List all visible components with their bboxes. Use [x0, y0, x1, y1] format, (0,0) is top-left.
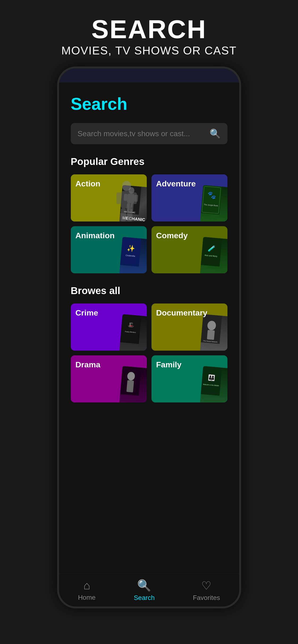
adventure-label: Adventure [156, 179, 196, 188]
drama-label: Drama [76, 360, 100, 369]
animation-poster: ✨ Cinderella [119, 237, 147, 273]
animation-label: Animation [76, 231, 115, 240]
family-poster: 👨‍👩‍👦 Malcolm in the Middle [200, 366, 227, 402]
search-nav-label: Search [134, 594, 155, 602]
popular-genres-heading: Popular Genres [71, 156, 227, 167]
genre-drama-card[interactable]: Drama [71, 355, 147, 402]
svg-text:🎩: 🎩 [127, 322, 134, 328]
promo-subtitle: MOVIES, TV SHOWS OR CAST [61, 44, 237, 57]
documentary-label: Documentary [156, 308, 207, 318]
volume-down-button [57, 184, 59, 203]
adventure-poster: 🐾 The Jungle Book [200, 185, 227, 222]
svg-text:🧪: 🧪 [207, 244, 216, 252]
page-title: Search [71, 94, 227, 114]
phone-screen: Search 🔍 Popular Genres Action [59, 82, 239, 577]
status-bar [59, 68, 239, 82]
power-button [239, 170, 241, 198]
svg-rect-5 [126, 203, 130, 211]
crime-label: Crime [76, 308, 98, 318]
genre-comedy-card[interactable]: Comedy 🧪 Rick and Morty [152, 226, 227, 273]
action-poster: MECHANIC [119, 185, 147, 222]
genre-action-card[interactable]: Action MECHANIC [71, 174, 147, 222]
svg-text:MECHANIC: MECHANIC [124, 210, 135, 214]
svg-rect-6 [130, 203, 133, 212]
drama-poster [119, 366, 147, 402]
genre-crime-card[interactable]: Crime 🎩 Peaky Blinders [71, 304, 147, 351]
browse-all-grid: Crime 🎩 Peaky Blinders Documentary [71, 304, 227, 402]
family-label: Family [156, 360, 182, 369]
genre-adventure-card[interactable]: Adventure 🐾 The Jungle Book [152, 174, 227, 222]
bottom-nav: ⌂ Home 🔍 Search ♡ Favorites [59, 574, 239, 606]
svg-text:✨: ✨ [126, 244, 135, 252]
svg-text:👨‍👩‍👦: 👨‍👩‍👦 [208, 374, 215, 382]
svg-rect-0 [120, 185, 141, 215]
documentary-poster: The Social Network [200, 314, 227, 351]
popular-genres-grid: Action MECHANIC [71, 174, 227, 273]
svg-rect-4 [134, 195, 138, 202]
svg-rect-3 [123, 194, 128, 201]
search-nav-icon: 🔍 [137, 579, 151, 592]
comedy-label: Comedy [156, 231, 188, 240]
svg-point-1 [128, 187, 134, 194]
nav-home[interactable]: ⌂ Home [78, 579, 96, 601]
home-label: Home [78, 594, 96, 601]
genre-family-card[interactable]: Family 👨‍👩‍👦 Malcolm in the Middle [152, 355, 227, 402]
search-bar-container[interactable]: 🔍 [71, 123, 227, 144]
genre-documentary-card[interactable]: Documentary The Social Network [152, 304, 227, 351]
volume-up-button [57, 158, 59, 177]
promo-title: SEARCH [61, 14, 237, 44]
search-icon: 🔍 [210, 128, 221, 139]
svg-rect-18 [120, 314, 141, 344]
favorites-icon: ♡ [201, 579, 211, 592]
crime-poster: 🎩 Peaky Blinders [119, 314, 147, 351]
nav-favorites[interactable]: ♡ Favorites [193, 579, 220, 602]
home-icon: ⌂ [83, 579, 90, 592]
promo-section: SEARCH MOVIES, TV SHOWS OR CAST [61, 0, 237, 57]
genre-animation-card[interactable]: Animation ✨ Cinderella [71, 226, 147, 273]
svg-rect-23 [207, 330, 214, 340]
phone-mockup: Search 🔍 Popular Genres Action [57, 66, 241, 608]
favorites-label: Favorites [193, 594, 220, 602]
action-label: Action [76, 179, 100, 188]
svg-rect-2 [127, 194, 134, 203]
search-input[interactable] [78, 129, 210, 138]
comedy-poster: 🧪 Rick and Morty [200, 237, 227, 273]
svg-rect-27 [126, 380, 134, 392]
svg-text:🐾: 🐾 [207, 191, 217, 200]
browse-all-heading: Browes all [71, 285, 227, 296]
nav-search[interactable]: 🔍 Search [134, 579, 155, 602]
